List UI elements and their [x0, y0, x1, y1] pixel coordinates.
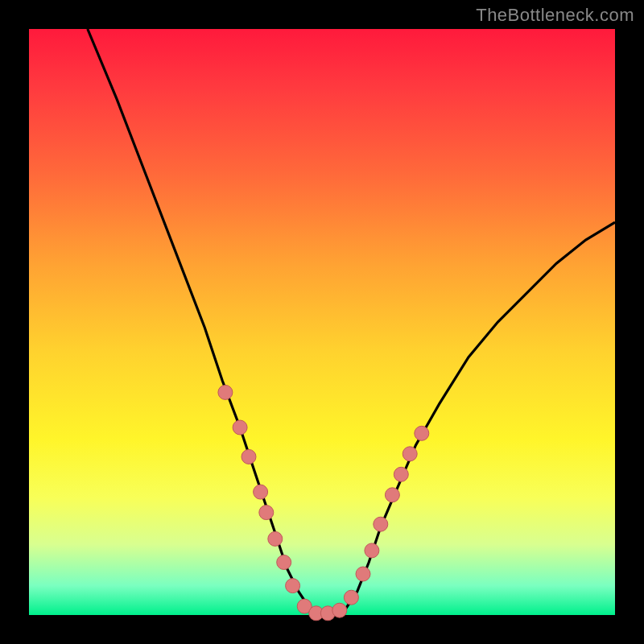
- marker-dot: [286, 579, 300, 593]
- marker-dot: [385, 488, 399, 502]
- outer-frame: TheBottleneck.com: [0, 0, 644, 644]
- marker-dot: [394, 467, 408, 481]
- marker-group: [218, 385, 429, 620]
- marker-dot: [415, 426, 429, 440]
- marker-dot: [233, 420, 247, 435]
- plot-area: [29, 29, 615, 615]
- marker-dot: [277, 555, 291, 570]
- marker-dot: [356, 567, 370, 581]
- marker-dot: [218, 385, 233, 399]
- marker-dot: [259, 506, 274, 520]
- marker-dot: [242, 449, 256, 464]
- marker-dot: [332, 603, 347, 617]
- marker-dot: [374, 517, 388, 531]
- marker-dot: [365, 543, 379, 558]
- marker-dot: [402, 447, 417, 461]
- marker-dot: [254, 485, 268, 499]
- watermark-text: TheBottleneck.com: [476, 5, 634, 26]
- marker-dot: [344, 590, 358, 605]
- bottleneck-curve: [88, 29, 615, 615]
- marker-dot: [268, 531, 283, 546]
- chart-svg: [29, 29, 615, 615]
